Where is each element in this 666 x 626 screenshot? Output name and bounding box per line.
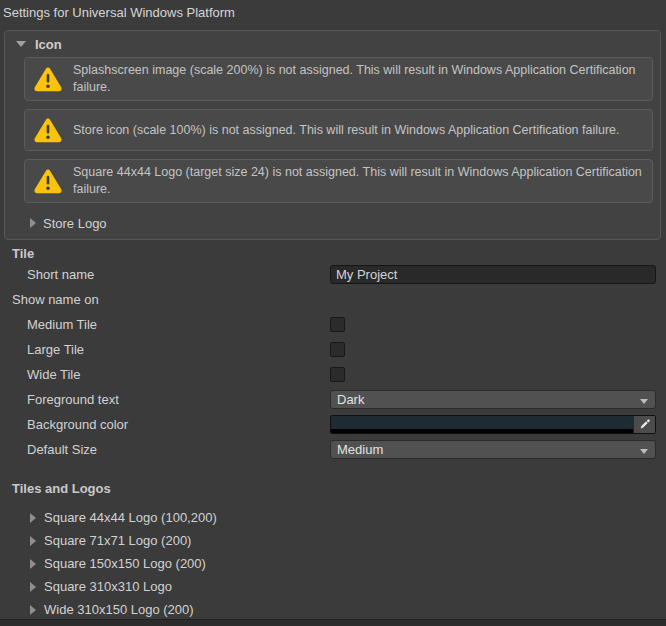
foldout-label: Square 310x310 Logo [44, 579, 172, 594]
background-color-label: Background color [0, 417, 128, 432]
foldout-closed-icon [30, 605, 36, 615]
eyedropper-icon [638, 418, 651, 431]
icon-section-foldout[interactable]: Icon [5, 31, 660, 57]
medium-tile-label: Medium Tile [0, 317, 97, 332]
panel-title: Settings for Universal Windows Platform [0, 0, 666, 27]
foldout-square-44x44[interactable]: Square 44x44 Logo (100,200) [0, 506, 666, 529]
short-name-label: Short name [0, 267, 94, 282]
warning-icon [34, 118, 62, 143]
panel-bottom-edge [0, 619, 666, 626]
foldout-label: Wide 310x150 Logo (200) [44, 602, 194, 617]
foldout-wide-310x150[interactable]: Wide 310x150 Logo (200) [0, 598, 666, 621]
foldout-label: Square 150x150 Logo (200) [44, 556, 206, 571]
foldout-closed-icon [30, 513, 36, 523]
foldout-square-150x150[interactable]: Square 150x150 Logo (200) [0, 552, 666, 575]
color-swatch[interactable] [331, 416, 633, 433]
chevron-down-icon [640, 399, 648, 404]
foldout-closed-icon [30, 218, 36, 228]
default-size-dropdown[interactable]: Medium [330, 440, 656, 459]
foldout-closed-icon [30, 582, 36, 592]
warning-text: Store icon (scale 100%) is not assigned.… [73, 122, 620, 139]
default-size-value: Medium [337, 442, 383, 457]
medium-tile-row: Medium Tile [0, 312, 666, 337]
foreground-text-label: Foreground text [0, 392, 119, 407]
eyedropper-button[interactable] [633, 416, 655, 433]
warning-icon [34, 67, 62, 92]
foldout-square-71x71[interactable]: Square 71x71 Logo (200) [0, 529, 666, 552]
default-size-label: Default Size [0, 442, 97, 457]
icon-section-title: Icon [35, 37, 62, 52]
wide-tile-label: Wide Tile [0, 367, 80, 382]
store-logo-label: Store Logo [43, 216, 107, 231]
large-tile-row: Large Tile [0, 337, 666, 362]
warning-store-icon: Store icon (scale 100%) is not assigned.… [24, 109, 653, 151]
background-color-field[interactable] [330, 415, 656, 434]
wide-tile-row: Wide Tile [0, 362, 666, 387]
foreground-text-row: Foreground text Dark [0, 387, 666, 412]
foldout-open-icon [16, 41, 26, 47]
store-logo-foldout[interactable]: Store Logo [5, 211, 660, 235]
warning-icon [34, 169, 62, 194]
background-color-row: Background color [0, 412, 666, 437]
default-size-row: Default Size Medium [0, 437, 666, 462]
player-settings-panel: Settings for Universal Windows Platform … [0, 0, 666, 626]
warning-text: Splashscreen image (scale 200%) is not a… [73, 62, 642, 96]
show-name-on-label: Show name on [0, 292, 99, 307]
warning-text: Square 44x44 Logo (target size 24) is no… [73, 164, 642, 198]
icon-section: Icon Splashscreen image (scale 200%) is … [4, 30, 661, 240]
large-tile-label: Large Tile [0, 342, 84, 357]
foldout-closed-icon [30, 536, 36, 546]
wide-tile-checkbox[interactable] [330, 367, 345, 382]
short-name-row: Short name [0, 262, 666, 287]
alpha-strip [331, 429, 633, 433]
foreground-text-value: Dark [337, 392, 364, 407]
chevron-down-icon [640, 449, 648, 454]
warning-square44-logo: Square 44x44 Logo (target size 24) is no… [24, 159, 653, 203]
tiles-and-logos-title: Tiles and Logos [0, 478, 666, 498]
warning-splashscreen: Splashscreen image (scale 200%) is not a… [24, 57, 653, 101]
foldout-closed-icon [30, 559, 36, 569]
tile-section-title: Tile [0, 244, 666, 262]
tiles-and-logos-list: Square 44x44 Logo (100,200) Square 71x71… [0, 506, 666, 621]
foldout-square-310x310[interactable]: Square 310x310 Logo [0, 575, 666, 598]
foldout-label: Square 71x71 Logo (200) [44, 533, 191, 548]
foldout-label: Square 44x44 Logo (100,200) [44, 510, 217, 525]
show-name-on-row: Show name on [0, 287, 666, 312]
short-name-input[interactable] [330, 265, 656, 284]
large-tile-checkbox[interactable] [330, 342, 345, 357]
foreground-text-dropdown[interactable]: Dark [330, 390, 656, 409]
medium-tile-checkbox[interactable] [330, 317, 345, 332]
